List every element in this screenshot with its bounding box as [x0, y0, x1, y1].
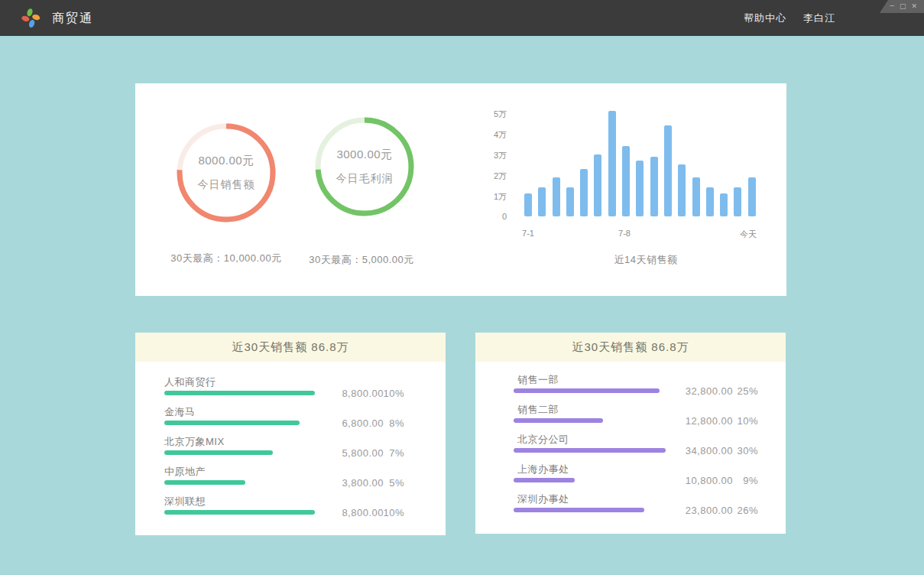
list-item: 深圳联想8,800.0010%	[135, 495, 446, 525]
sales-bar[interactable]	[748, 177, 756, 216]
x-tick-mid: 7-8	[601, 229, 647, 238]
row-percent: 26%	[737, 505, 758, 516]
sales-bar[interactable]	[636, 161, 644, 216]
row-label: 北京分公司	[517, 433, 569, 447]
row-bar	[514, 508, 644, 512]
sales-bar[interactable]	[622, 146, 630, 216]
sales-bar[interactable]	[650, 157, 658, 216]
sales-bar[interactable]	[580, 169, 588, 216]
row-label: 深圳联想	[164, 495, 206, 508]
list-item: 北京分公司34,800.0030%	[475, 433, 786, 463]
maximize-icon[interactable]: □	[900, 3, 906, 10]
customer-rows: 人和商贸行8,800.0010%金海马6,800.008%北京万象MIX5,80…	[135, 362, 446, 525]
row-label: 北京万象MIX	[164, 435, 225, 449]
sales-bar[interactable]	[538, 187, 546, 216]
row-label: 上海办事处	[517, 463, 569, 476]
list-item: 上海办事处10,800.009%	[475, 463, 786, 492]
row-bar	[514, 388, 660, 393]
app-logo-icon	[21, 8, 41, 28]
x-tick-today: 今天	[725, 229, 771, 240]
today-sales-donut: 8000.00元 今日销售额	[177, 123, 276, 223]
department-card-title: 近30天销售额 86.8万	[475, 333, 786, 362]
row-label: 中原地产	[164, 465, 206, 479]
row-value: 32,800.00	[686, 385, 733, 397]
row-percent: 25%	[737, 385, 758, 397]
today-sales-label: 今日销售额	[198, 178, 255, 192]
sales-bar[interactable]	[734, 187, 741, 216]
row-percent: 8%	[389, 417, 404, 429]
close-icon[interactable]: ✕	[911, 3, 917, 10]
row-value: 34,800.00	[686, 445, 733, 456]
row-value: 10,800.00	[686, 475, 733, 486]
today-profit-value: 3000.00元	[336, 148, 392, 162]
row-bar	[164, 480, 245, 485]
row-bar	[514, 418, 603, 423]
sales-bar[interactable]	[566, 187, 574, 216]
window-controls: ─ □ ✕	[880, 0, 924, 13]
y-tick: 3万	[468, 150, 507, 161]
sales-bar[interactable]	[720, 193, 728, 216]
row-value: 12,800.00	[686, 415, 733, 427]
row-value: 23,800.00	[686, 505, 733, 516]
row-bar	[514, 448, 666, 453]
title-bar: 商贸通 帮助中心 李白江 ─ □ ✕	[0, 0, 924, 36]
help-center-link[interactable]: 帮助中心	[744, 0, 786, 36]
y-tick: 2万	[468, 171, 507, 182]
list-item: 人和商贸行8,800.0010%	[135, 375, 446, 405]
sales-bar[interactable]	[664, 125, 672, 216]
list-item: 中原地产3,800.005%	[135, 465, 446, 495]
department-sales-card: 近30天销售额 86.8万 销售一部32,800.0025%销售二部12,800…	[475, 333, 786, 534]
minimize-icon[interactable]: ─	[890, 3, 894, 10]
row-value: 6,800.00	[342, 417, 384, 429]
y-tick: 5万	[468, 109, 507, 120]
row-bar	[164, 450, 273, 455]
row-percent: 10%	[383, 507, 404, 518]
row-label: 销售二部	[517, 403, 559, 417]
row-percent: 9%	[743, 475, 758, 486]
list-item: 北京万象MIX5,800.007%	[135, 435, 446, 465]
sales-bar[interactable]	[608, 111, 616, 216]
row-value: 8,800.00	[342, 507, 384, 518]
sales-bar[interactable]	[706, 187, 714, 216]
row-percent: 10%	[737, 415, 758, 427]
sales-bar[interactable]	[524, 193, 532, 216]
sales-bar[interactable]	[678, 164, 686, 216]
list-item: 深圳办事处23,800.0026%	[475, 492, 786, 522]
row-percent: 5%	[389, 477, 404, 489]
row-bar	[514, 478, 575, 482]
row-label: 金海马	[164, 405, 196, 419]
x-tick-first: 7-1	[505, 229, 551, 238]
list-item: 销售一部32,800.0025%	[475, 373, 786, 403]
y-tick: 1万	[468, 191, 507, 203]
row-percent: 30%	[737, 445, 758, 456]
today-sales-value: 8000.00元	[198, 154, 254, 168]
sales-bar[interactable]	[594, 154, 601, 216]
profit-30d-max: 30天最高：5,000.00元	[277, 253, 446, 267]
row-bar	[164, 391, 315, 395]
summary-card: 8000.00元 今日销售额 30天最高：10,000.00元 3000.00元…	[135, 83, 786, 296]
bar-chart-bars	[524, 83, 756, 216]
today-profit-donut: 3000.00元 今日毛利润	[315, 117, 414, 216]
row-label: 销售一部	[517, 373, 559, 387]
list-item: 销售二部12,800.0010%	[475, 403, 786, 433]
department-rows: 销售一部32,800.0025%销售二部12,800.0010%北京分公司34,…	[475, 362, 786, 522]
row-value: 5,800.00	[342, 447, 384, 459]
row-bar	[164, 421, 300, 425]
app-title: 商贸通	[52, 0, 93, 36]
sales-bar[interactable]	[553, 177, 560, 216]
row-value: 8,800.00	[342, 388, 384, 399]
row-percent: 10%	[383, 388, 404, 399]
row-label: 人和商贸行	[164, 375, 216, 389]
customer-card-title: 近30天销售额 86.8万	[135, 333, 446, 362]
row-value: 3,800.00	[342, 477, 384, 489]
row-bar	[164, 510, 315, 515]
today-profit-label: 今日毛利润	[336, 172, 394, 186]
y-tick: 0	[468, 212, 507, 221]
row-label: 深圳办事处	[517, 492, 569, 506]
list-item: 金海马6,800.008%	[135, 405, 446, 435]
customer-sales-card: 近30天销售额 86.8万 人和商贸行8,800.0010%金海马6,800.0…	[135, 333, 446, 535]
sales-bar[interactable]	[692, 177, 700, 216]
row-percent: 7%	[389, 447, 404, 459]
user-menu[interactable]: 李白江	[803, 0, 835, 36]
bar-chart-title: 近14天销售额	[569, 253, 722, 267]
